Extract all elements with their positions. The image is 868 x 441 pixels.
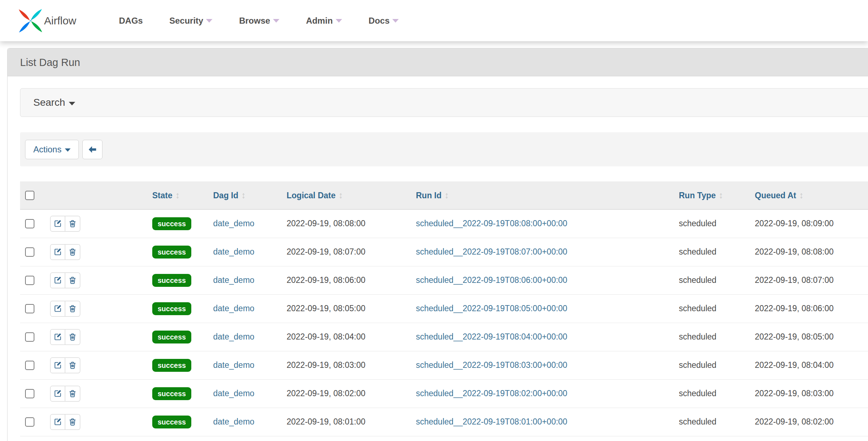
table-row: success date_demo 2022-09-19, 08:02:00 s…	[20, 379, 868, 408]
run-type-cell: scheduled	[674, 294, 750, 323]
dag-id-link[interactable]: date_demo	[213, 417, 254, 426]
run-id-link[interactable]: scheduled__2022-09-19T08:06:00+00:00	[416, 275, 567, 285]
search-panel-toggle[interactable]: Search	[20, 88, 868, 117]
row-checkbox[interactable]	[25, 361, 34, 370]
trash-icon	[68, 418, 77, 426]
actions-button[interactable]: Actions	[25, 140, 79, 159]
edit-record-button[interactable]	[50, 329, 65, 345]
status-badge: success	[152, 416, 191, 428]
status-badge: success	[152, 387, 191, 400]
run-id-link[interactable]: scheduled__2022-09-19T08:01:00+00:00	[416, 417, 567, 426]
edit-record-button[interactable]	[50, 414, 65, 430]
row-checkbox[interactable]	[25, 304, 34, 313]
edit-icon	[54, 389, 62, 398]
dag-id-link[interactable]: date_demo	[213, 275, 254, 285]
actions-column-header	[45, 181, 147, 209]
dag-id-link[interactable]: date_demo	[213, 389, 254, 398]
status-badge: success	[152, 359, 191, 372]
sort-icon: ↕	[799, 190, 804, 200]
edit-icon	[54, 219, 62, 228]
logical-date-cell: 2022-09-19, 08:08:00	[282, 209, 411, 238]
logical-date-cell: 2022-09-19, 08:05:00	[282, 294, 411, 323]
main-nav: DAGs Security Browse Admin Docs	[106, 16, 412, 26]
edit-record-button[interactable]	[50, 357, 65, 373]
edit-icon	[54, 333, 62, 341]
airflow-pinwheel-icon	[18, 9, 43, 33]
chevron-down-icon	[206, 19, 212, 23]
edit-icon	[54, 248, 62, 256]
trash-icon	[68, 219, 77, 228]
delete-record-button[interactable]	[65, 329, 80, 345]
airflow-brand[interactable]: Airflow	[18, 9, 76, 33]
row-checkbox[interactable]	[25, 276, 34, 285]
chevron-down-icon	[336, 19, 342, 23]
table-row: success date_demo 2022-09-19, 08:04:00 s…	[20, 323, 868, 351]
run-id-link[interactable]: scheduled__2022-09-19T08:03:00+00:00	[416, 360, 567, 370]
delete-record-button[interactable]	[65, 386, 80, 402]
edit-record-button[interactable]	[50, 244, 65, 260]
edit-record-button[interactable]	[50, 301, 65, 317]
table-row: success date_demo 2022-09-19, 08:08:00 s…	[20, 209, 868, 238]
chevron-down-icon	[392, 19, 399, 23]
dag-id-link[interactable]: date_demo	[213, 219, 254, 228]
edit-record-button[interactable]	[50, 386, 65, 402]
nav-item[interactable]: Admin	[293, 16, 355, 26]
run-type-cell: scheduled	[674, 238, 750, 266]
column-header-run-type[interactable]: Run Type↕	[674, 181, 750, 209]
status-badge: success	[152, 302, 191, 315]
row-checkbox[interactable]	[25, 219, 34, 228]
row-checkbox[interactable]	[25, 247, 34, 257]
column-header-state[interactable]: State↕	[147, 181, 208, 209]
edit-icon	[54, 276, 62, 284]
run-type-cell: scheduled	[674, 266, 750, 294]
logical-date-cell: 2022-09-19, 08:03:00	[282, 351, 411, 379]
delete-record-button[interactable]	[65, 272, 80, 288]
dag-id-link[interactable]: date_demo	[213, 304, 254, 313]
table-row: success date_demo 2022-09-19, 08:07:00 s…	[20, 238, 868, 266]
dag-id-link[interactable]: date_demo	[213, 332, 254, 341]
run-id-link[interactable]: scheduled__2022-09-19T08:07:00+00:00	[416, 247, 567, 256]
delete-record-button[interactable]	[65, 244, 80, 260]
back-button[interactable]	[82, 140, 102, 159]
run-id-link[interactable]: scheduled__2022-09-19T08:02:00+00:00	[416, 389, 567, 398]
sort-icon: ↕	[719, 190, 723, 200]
delete-record-button[interactable]	[65, 357, 80, 373]
row-checkbox[interactable]	[25, 417, 34, 427]
run-type-cell: scheduled	[674, 408, 750, 436]
queued-at-cell: 2022-09-19, 08:03:00	[750, 379, 868, 408]
nav-item[interactable]: DAGs	[106, 16, 156, 26]
dag-id-link[interactable]: date_demo	[213, 247, 254, 256]
nav-item[interactable]: Docs	[355, 16, 412, 26]
dagrun-table-body: success date_demo 2022-09-19, 08:08:00 s…	[20, 209, 868, 441]
select-all-checkbox[interactable]	[25, 191, 34, 200]
row-checkbox[interactable]	[25, 389, 34, 398]
table-row-partial	[20, 436, 868, 441]
column-header-run-id[interactable]: Run Id↕	[411, 181, 674, 209]
list-dag-run-panel: List Dag Run Search Actions	[7, 48, 868, 441]
edit-record-button[interactable]	[50, 216, 65, 232]
delete-record-button[interactable]	[65, 301, 80, 317]
trash-icon	[68, 361, 77, 369]
dag-id-link[interactable]: date_demo	[213, 360, 254, 370]
run-id-link[interactable]: scheduled__2022-09-19T08:05:00+00:00	[416, 304, 567, 313]
logical-date-cell: 2022-09-19, 08:06:00	[282, 266, 411, 294]
delete-record-button[interactable]	[65, 414, 80, 430]
run-id-link[interactable]: scheduled__2022-09-19T08:04:00+00:00	[416, 332, 567, 341]
nav-item[interactable]: Browse	[226, 16, 293, 26]
delete-record-button[interactable]	[65, 216, 80, 232]
edit-record-button[interactable]	[50, 272, 65, 288]
trash-icon	[68, 276, 77, 284]
run-id-link[interactable]: scheduled__2022-09-19T08:08:00+00:00	[416, 219, 567, 228]
column-header-logical-date[interactable]: Logical Date↕	[282, 181, 411, 209]
nav-item[interactable]: Security	[156, 16, 226, 26]
sort-icon: ↕	[241, 190, 246, 200]
chevron-down-icon	[69, 102, 75, 105]
sort-icon: ↕	[445, 190, 449, 200]
status-badge: success	[152, 331, 191, 343]
brand-label: Airflow	[44, 15, 76, 27]
search-label: Search	[33, 97, 65, 108]
row-checkbox[interactable]	[25, 332, 34, 342]
column-header-queued-at[interactable]: Queued At↕	[750, 181, 868, 209]
column-header-dag-id[interactable]: Dag Id↕	[208, 181, 282, 209]
queued-at-cell: 2022-09-19, 08:06:00	[750, 294, 868, 323]
